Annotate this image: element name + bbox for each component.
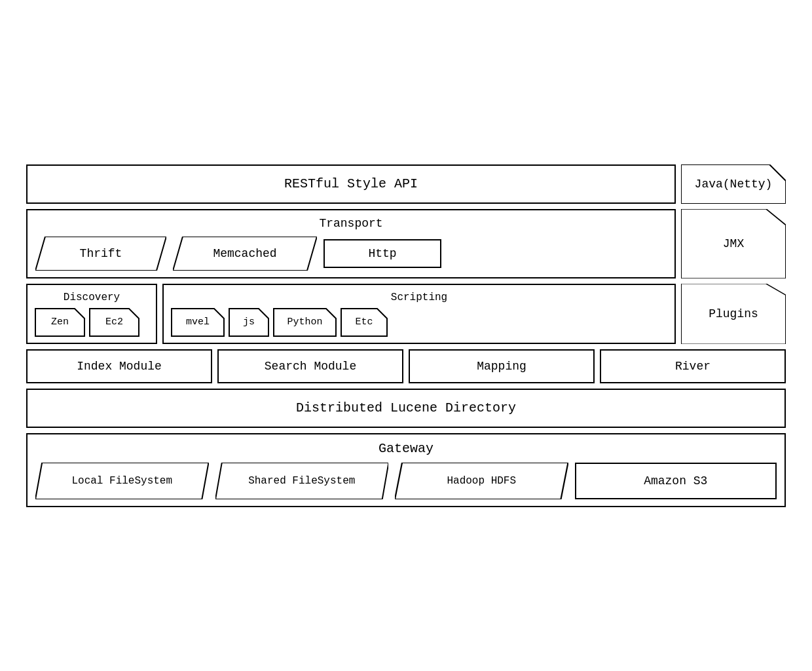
discovery-scripting-row: Discovery Zen Ec2 xyxy=(26,284,786,344)
js-box: js xyxy=(229,309,268,336)
ec2-box: Ec2 xyxy=(90,309,139,336)
zen-label: Zen xyxy=(51,316,69,328)
discovery-title: Discovery xyxy=(35,292,148,303)
modules-row: Index Module Search Module Mapping River xyxy=(26,349,786,383)
shared-filesystem-box: Shared FileSystem xyxy=(215,463,389,499)
mapping-label: Mapping xyxy=(477,360,526,373)
local-filesystem-label: Local FileSystem xyxy=(71,475,172,487)
thrift-label: Thrift xyxy=(80,247,122,260)
jmx-panel: JMX xyxy=(681,209,786,278)
transport-section: Transport Thrift Memcached xyxy=(26,209,676,278)
python-box: Python xyxy=(274,309,336,336)
discovery-items: Zen Ec2 xyxy=(35,309,148,336)
mvel-label: mvel xyxy=(186,316,210,328)
local-filesystem-box: Local FileSystem xyxy=(35,463,209,499)
index-module-label: Index Module xyxy=(77,360,162,373)
scripting-title: Scripting xyxy=(172,292,667,303)
lucene-row: Distributed Lucene Directory xyxy=(26,389,786,428)
etc-label: Etc xyxy=(355,316,373,328)
http-label: Http xyxy=(368,247,396,260)
search-module-box: Search Module xyxy=(217,349,403,383)
mapping-box: Mapping xyxy=(409,349,595,383)
transport-items: Thrift Memcached Http xyxy=(35,237,667,271)
restful-api-box: RESTful Style API xyxy=(26,164,676,204)
ds-split: Discovery Zen Ec2 xyxy=(26,284,676,344)
architecture-diagram: RESTful Style API Java(Netty) Transport … xyxy=(26,164,786,507)
python-label: Python xyxy=(287,316,322,328)
scripting-section: Scripting mvel js xyxy=(162,284,676,344)
ec2-label: Ec2 xyxy=(105,316,123,328)
transport-row: Transport Thrift Memcached xyxy=(26,209,786,278)
mvel-box: mvel xyxy=(172,309,224,336)
restful-row: RESTful Style API Java(Netty) xyxy=(26,164,786,204)
index-module-box: Index Module xyxy=(26,349,212,383)
thrift-box: Thrift xyxy=(35,237,166,271)
amazon-s3-label: Amazon S3 xyxy=(644,474,707,488)
restful-label: RESTful Style API xyxy=(284,176,418,191)
lucene-box: Distributed Lucene Directory xyxy=(26,389,786,428)
lucene-label: Distributed Lucene Directory xyxy=(296,400,516,415)
river-box: River xyxy=(600,349,786,383)
js-label: js xyxy=(243,316,255,328)
hadoop-hdfs-label: Hadoop HDFS xyxy=(447,475,516,487)
http-box: Http xyxy=(323,239,441,268)
plugins-label: Plugins xyxy=(709,307,758,320)
java-netty-label: Java(Netty) xyxy=(695,178,773,191)
amazon-s3-box: Amazon S3 xyxy=(575,463,777,499)
etc-box: Etc xyxy=(341,309,387,336)
discovery-section: Discovery Zen Ec2 xyxy=(26,284,157,344)
memcached-label: Memcached xyxy=(213,247,276,260)
memcached-box: Memcached xyxy=(173,237,317,271)
jmx-label: JMX xyxy=(723,237,744,250)
search-module-label: Search Module xyxy=(265,360,356,373)
hadoop-hdfs-box: Hadoop HDFS xyxy=(395,463,568,499)
scripting-items: mvel js Python xyxy=(172,309,667,336)
gateway-items: Local FileSystem Shared FileSystem Hadoo… xyxy=(35,463,777,499)
transport-title: Transport xyxy=(35,217,667,230)
shared-filesystem-label: Shared FileSystem xyxy=(248,475,355,487)
gateway-section: Gateway Local FileSystem Shared FileSyst… xyxy=(26,433,786,507)
plugins-panel: Plugins xyxy=(681,284,786,344)
java-netty-panel: Java(Netty) xyxy=(681,164,786,204)
river-label: River xyxy=(675,360,710,373)
gateway-title: Gateway xyxy=(35,441,777,456)
zen-box: Zen xyxy=(35,309,84,336)
